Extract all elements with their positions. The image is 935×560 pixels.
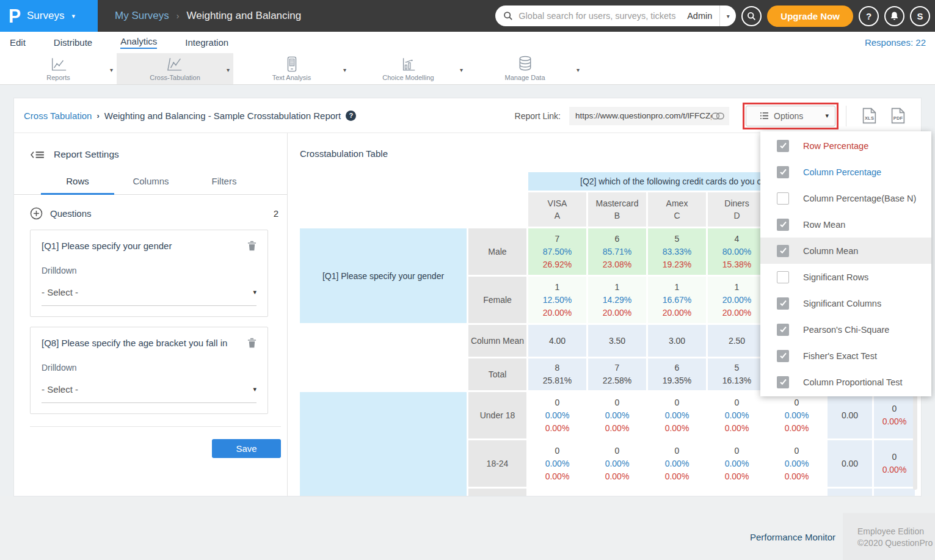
toolbar-item-manage-data[interactable]: ▾Manage Data (467, 53, 583, 84)
crosstab-cell: 00.00%0.00% (528, 440, 586, 487)
tab-columns[interactable]: Columns (114, 176, 187, 195)
row-header-18-24: 18-24 (468, 440, 526, 487)
option-row-mean[interactable]: Row Mean (760, 211, 931, 238)
trash-icon[interactable] (247, 338, 256, 348)
chevron-down-icon: ▾ (253, 288, 256, 296)
pdf-icon: PDF (891, 115, 905, 121)
performance-monitor-link[interactable]: Performance Monitor (750, 532, 835, 542)
help-icon[interactable]: ? (346, 111, 356, 121)
options-button[interactable]: Options ▾ (746, 106, 835, 126)
tab-filters[interactable]: Filters (187, 176, 261, 195)
search-scope-label[interactable]: Admin (683, 11, 719, 21)
breadcrumb-cross-tabulation[interactable]: Cross Tabulation (24, 111, 92, 121)
notifications-button[interactable] (884, 6, 904, 26)
crosstab-cell: 00.00%0.00% (648, 392, 706, 438)
option-significant-rows[interactable]: Significant Rows (760, 264, 931, 290)
checkbox-checked-icon[interactable] (777, 140, 789, 152)
user-avatar[interactable]: S (910, 6, 930, 26)
crosstab-cell: 480.00%15.38% (708, 228, 766, 275)
trash-icon[interactable] (247, 241, 256, 251)
link-icon[interactable] (711, 112, 724, 120)
questionpro-logo: P (9, 6, 21, 26)
option-column-percentage-base-n[interactable]: Column Percentage(Base N) (760, 185, 931, 211)
surveys-product-menu[interactable]: P Surveys ▾ (0, 0, 98, 32)
questions-header: Questions 2 (30, 207, 278, 220)
crosstab-cell: 619.35% (648, 358, 706, 390)
options-dropdown-menu: Row PercentageColumn PercentageColumn Pe… (760, 131, 931, 396)
question-card-q8: [Q8] Please specify the age bracket you … (30, 327, 268, 414)
crosstab-cell: 722.58% (588, 358, 646, 390)
crosstab-cell: 787.50%26.92% (528, 228, 586, 275)
row-mean-cell: 0.00 (828, 440, 872, 487)
checkbox-checked-icon[interactable] (777, 350, 789, 362)
nav-tab-distribute[interactable]: Distribute (54, 37, 92, 48)
toolbar-item-cross-tabulation[interactable]: ▾Cross-Tabulation (117, 53, 233, 84)
breadcrumb-separator: › (96, 111, 99, 120)
checkbox-unchecked-icon[interactable] (777, 192, 789, 205)
option-label: Column Percentage(Base N) (803, 194, 916, 203)
chevron-down-icon: ▾ (253, 385, 256, 393)
column-header-diners: DinersD (708, 192, 766, 227)
report-url-input[interactable] (575, 111, 711, 120)
nav-tab-integration[interactable]: Integration (185, 37, 228, 48)
spacer-cell (300, 358, 467, 390)
option-pearson-s-chi-square[interactable]: Pearson's Chi-Square (760, 316, 931, 343)
crosstab-cell: 685.71%23.08% (588, 228, 646, 275)
search-button[interactable] (741, 6, 762, 26)
option-column-mean[interactable]: Column Mean (760, 238, 931, 264)
checkbox-checked-icon[interactable] (777, 219, 789, 231)
toolbar-item-label: Manage Data (504, 74, 545, 81)
report-settings-header[interactable]: Report Settings (30, 149, 287, 160)
checkbox-checked-icon[interactable] (777, 166, 789, 178)
question-card-q1: [Q1] Please specify your gender Drilldow… (30, 230, 268, 317)
search-input[interactable] (518, 11, 683, 21)
row-header-column-mean: Column Mean (468, 325, 526, 357)
toolbar-item-choice-modelling[interactable]: ▾Choice Modelling (350, 53, 467, 84)
reports-chart-icon (50, 56, 67, 72)
row-total-cell: 00.00% (874, 392, 915, 438)
chevron-down-icon[interactable]: ▾ (227, 67, 230, 73)
xls-icon: XLS (862, 115, 876, 121)
add-question-button[interactable] (30, 207, 43, 220)
option-row-percentage[interactable]: Row Percentage (760, 133, 931, 159)
checkbox-checked-icon[interactable] (777, 376, 789, 388)
drilldown-select[interactable]: - Select - ▾ (42, 384, 256, 403)
drilldown-select[interactable]: - Select - ▾ (42, 287, 256, 306)
option-significant-columns[interactable]: Significant Columns (760, 290, 931, 316)
row-mean-cell: 0.00 (828, 392, 872, 438)
checkbox-checked-icon[interactable] (777, 245, 789, 257)
analytics-toolbar: ▾Reports▾Cross-Tabulation▾Text Analysis▾… (0, 53, 935, 85)
chevron-down-icon: ▾ (71, 12, 75, 20)
drilldown-label: Drilldown (42, 266, 256, 275)
breadcrumb-my-surveys[interactable]: My Surveys (115, 10, 169, 22)
tab-rows[interactable]: Rows (41, 176, 114, 195)
chevron-down-icon[interactable]: ▾ (110, 67, 113, 73)
checkbox-unchecked-icon[interactable] (777, 271, 789, 283)
options-highlight-annotation: Options ▾ (743, 103, 839, 129)
save-button[interactable]: Save (212, 439, 281, 458)
upgrade-now-button[interactable]: Upgrade Now (767, 5, 853, 27)
crosstab-cell: 2.50 (708, 325, 766, 357)
collapse-menu-icon[interactable] (30, 150, 45, 160)
chevron-down-icon[interactable]: ▾ (577, 67, 580, 73)
top-bar: P Surveys ▾ My Surveys › Weighting and B… (0, 0, 935, 32)
option-fisher-s-exact-test[interactable]: Fisher's Exact Test (760, 343, 931, 369)
breadcrumb-current-survey: Weighting and Balancing (186, 10, 301, 22)
help-button[interactable]: ? (859, 6, 879, 26)
export-xls-button[interactable]: XLS (862, 107, 876, 124)
export-pdf-button[interactable]: PDF (891, 107, 905, 124)
toolbar-item-reports[interactable]: ▾Reports (0, 53, 117, 84)
crosstab-cell: 00.00%0.00% (768, 392, 826, 438)
report-settings-title: Report Settings (54, 149, 119, 160)
checkbox-checked-icon[interactable] (777, 297, 789, 310)
checkbox-checked-icon[interactable] (777, 324, 789, 336)
nav-tab-analytics[interactable]: Analytics (120, 36, 157, 49)
nav-tab-edit[interactable]: Edit (10, 37, 26, 48)
option-column-proportional-test[interactable]: Column Proportional Test (760, 369, 931, 395)
toolbar-item-text-analysis[interactable]: ▾Text Analysis (233, 53, 350, 84)
option-column-percentage[interactable]: Column Percentage (760, 159, 931, 185)
chevron-down-icon[interactable]: ▾ (460, 67, 463, 73)
chevron-down-icon[interactable]: ▾ (720, 13, 736, 20)
spacer-cell (300, 325, 467, 357)
chevron-down-icon[interactable]: ▾ (343, 67, 346, 73)
